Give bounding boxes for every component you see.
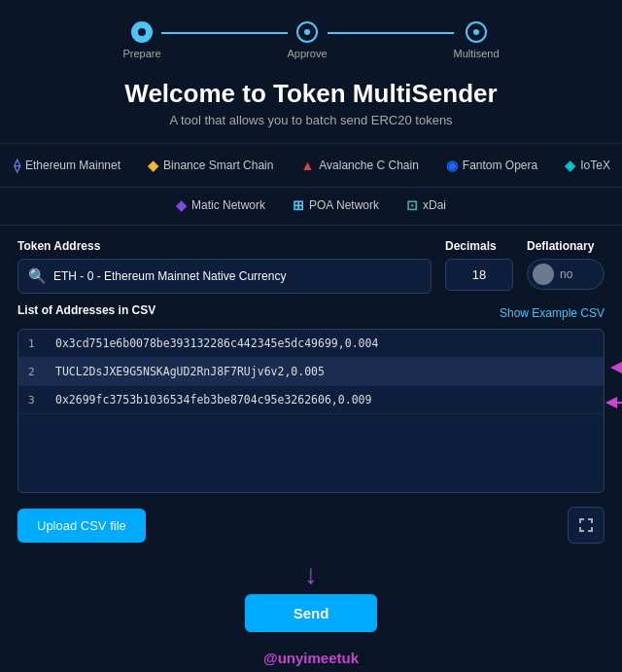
- network-avax[interactable]: ▲ Avalanche C Chain: [287, 154, 432, 177]
- toggle-circle: [533, 264, 554, 285]
- network-poa-label: POA Network: [309, 198, 379, 212]
- step-label-multisend: Multisend: [454, 48, 500, 59]
- step-circle-prepare: [131, 21, 153, 43]
- token-address-input[interactable]: [53, 269, 421, 283]
- watermark: @unyimeetuk: [0, 640, 622, 672]
- step-approve: Approve: [288, 21, 328, 59]
- network-ethereum-label: Ethereum Mainnet: [25, 159, 121, 172]
- step-label-approve: Approve: [288, 48, 328, 59]
- network-ethereum[interactable]: ⟠ Ethereum Mainnet: [0, 154, 134, 177]
- network-iotex[interactable]: ◈ IoTeX: [551, 154, 622, 177]
- form-row: Token Address 🔍 Decimals 18 Deflationary…: [17, 239, 605, 294]
- main-title: Welcome to Token MultiSender: [0, 79, 622, 109]
- iotex-icon: ◈: [565, 158, 575, 173]
- csv-row-num-2: 2: [28, 366, 46, 378]
- network-ftm-label: Fantom Opera: [463, 159, 537, 172]
- csv-section: List of Addresses in CSV Show Example CS…: [0, 294, 622, 493]
- title-section: Welcome to Token MultiSender A tool that…: [0, 69, 622, 133]
- arrow-invalid-svg: [609, 393, 622, 412]
- csv-outer-wrapper: 1 0x3cd751e6b0078be393132286c442345e5dc4…: [17, 329, 605, 493]
- ftm-icon: ◉: [446, 158, 458, 173]
- step-prepare: Prepare: [122, 21, 160, 59]
- progress-bar: Prepare Approve Multisend: [0, 0, 622, 69]
- avax-icon: ▲: [300, 158, 314, 173]
- eth-icon: ⟠: [14, 158, 20, 173]
- matic-icon: ◆: [176, 197, 187, 213]
- search-icon: 🔍: [28, 267, 47, 285]
- toggle-label: no: [560, 267, 572, 281]
- poa-icon: ⊞: [293, 197, 304, 213]
- network-poa[interactable]: ⊞ POA Network: [279, 194, 393, 217]
- network-matic-label: Matic Network: [191, 198, 265, 212]
- expand-icon: [578, 517, 594, 533]
- decimals-value: 18: [445, 259, 513, 291]
- token-address-group: Token Address 🔍: [17, 239, 432, 294]
- csv-row-num-1: 1: [28, 337, 46, 350]
- annotation-incorrect-group: incorrect: [614, 358, 622, 377]
- step-multisend: Multisend: [454, 21, 500, 59]
- csv-row-2: 2 TUCL2DsJXE9G5NSKAgUD2RnJ8F7RUjv6v2,0.0…: [18, 358, 604, 386]
- deflationary-group: Deflationary no: [527, 239, 605, 290]
- network-ftm[interactable]: ◉ Fantom Opera: [432, 154, 551, 177]
- step-circle-multisend: [466, 21, 487, 43]
- step-circle-approve: [296, 21, 318, 43]
- network-xdai[interactable]: ⊡ xDai: [393, 194, 460, 217]
- deflationary-label: Deflationary: [527, 239, 605, 253]
- network-bnb-label: Binance Smart Chain: [163, 159, 273, 172]
- form-section: Token Address 🔍 Decimals 18 Deflationary…: [0, 226, 622, 294]
- csv-row-3: 3 0x2699fc3753b1036534feb3be8704c95e3262…: [18, 386, 604, 414]
- token-input-wrapper: 🔍: [17, 259, 432, 294]
- csv-container[interactable]: 1 0x3cd751e6b0078be393132286c442345e5dc4…: [17, 329, 605, 493]
- expand-button[interactable]: [568, 507, 605, 544]
- subtitle: A tool that allows you to batch send ERC…: [0, 113, 622, 127]
- arrow-incorrect-svg: [614, 358, 622, 377]
- network-bar-row2: ◆ Matic Network ⊞ POA Network ⊡ xDai: [0, 188, 622, 226]
- network-iotex-label: IoTeX: [580, 159, 610, 172]
- bottom-row: Upload CSV file: [0, 493, 622, 544]
- step-label-prepare: Prepare: [122, 48, 160, 59]
- csv-row-num-3: 3: [28, 394, 46, 407]
- csv-empty-space: [18, 414, 604, 492]
- csv-row-content-2: TUCL2DsJXE9G5NSKAgUD2RnJ8F7RUjv6v2,0.005: [55, 365, 594, 378]
- step-line-2: [328, 32, 454, 34]
- csv-row-content-3: 0x2699fc3753b1036534feb3be8704c95e326260…: [55, 393, 594, 407]
- network-avax-label: Avalanche C Chain: [319, 159, 419, 172]
- upload-csv-button[interactable]: Upload CSV file: [17, 509, 146, 543]
- network-bar-row1: ⟠ Ethereum Mainnet ◆ Binance Smart Chain…: [0, 143, 622, 188]
- step-line-1: [161, 32, 288, 34]
- annotation-invalid-group: invalid: [609, 393, 622, 412]
- decimals-group: Decimals 18: [445, 239, 513, 291]
- send-arrow-down: ↓: [304, 559, 318, 590]
- bnb-icon: ◆: [148, 158, 158, 173]
- csv-row-1: 1 0x3cd751e6b0078be393132286c442345e5dc4…: [18, 330, 604, 358]
- network-bnb[interactable]: ◆ Binance Smart Chain: [134, 154, 287, 177]
- send-area: ↓ Send: [0, 544, 622, 640]
- csv-section-label: List of Addresses in CSV: [17, 303, 156, 317]
- send-button[interactable]: Send: [245, 594, 378, 632]
- decimals-label: Decimals: [445, 239, 513, 253]
- csv-row-content-1: 0x3cd751e6b0078be393132286c442345e5dc496…: [55, 336, 594, 350]
- xdai-icon: ⊡: [406, 197, 418, 213]
- deflationary-toggle[interactable]: no: [527, 259, 605, 290]
- network-xdai-label: xDai: [423, 198, 446, 212]
- csv-header: List of Addresses in CSV Show Example CS…: [17, 303, 605, 323]
- token-address-label: Token Address: [17, 239, 432, 253]
- show-example-csv-link[interactable]: Show Example CSV: [500, 306, 605, 320]
- network-matic[interactable]: ◆ Matic Network: [162, 194, 279, 217]
